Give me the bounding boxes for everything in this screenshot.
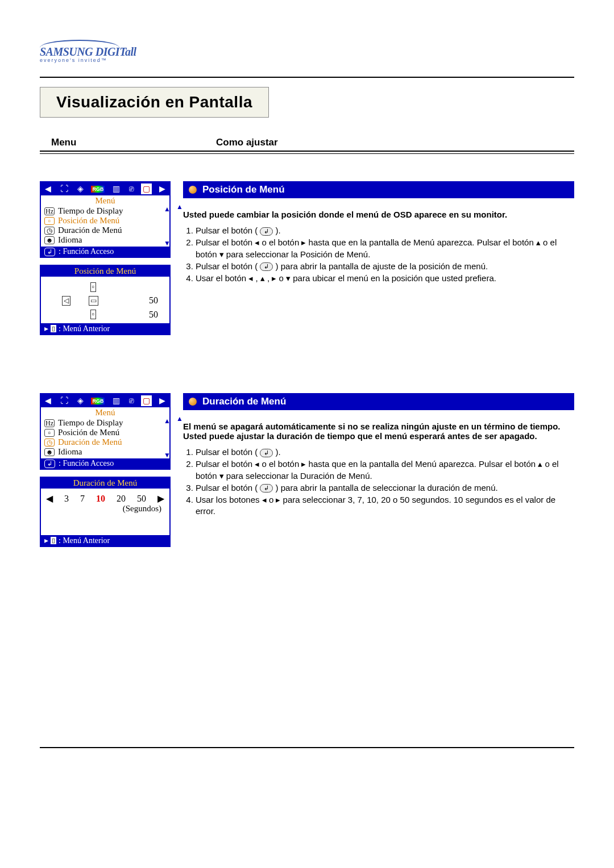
center-target-icon: ▭: [89, 296, 98, 306]
scroll-marker-icon: ▲: [176, 415, 183, 423]
step-pos-1: Pulsar el botón ( ↲ ).: [196, 225, 574, 236]
brightness-icon: ◈: [76, 396, 85, 406]
scroll-down-icon: ▼: [164, 239, 171, 248]
column-headers: Menu Como ajustar: [40, 137, 574, 148]
osd-item-menudur: Duración de Menú: [58, 226, 122, 235]
osd-footer: ▸▯: Menú Anterior: [41, 323, 169, 334]
back-tab-icon: ▯: [51, 325, 56, 332]
scroll-up-icon: ▲: [164, 417, 171, 425]
pos-h-value: 50: [149, 295, 158, 306]
scroll-up-icon: ▲: [164, 205, 171, 214]
bottom-target-icon: ▫: [90, 310, 96, 319]
step-pos-4: Usar el botón ◂ , ▴ , ▸ o ▾ para ubicar …: [196, 273, 574, 284]
step-pos-3: Pulsar el botón ( ↲ ) para abrir la pant…: [196, 261, 574, 272]
pos-icon: ▫: [44, 217, 55, 225]
screen-icon: ⎚: [127, 185, 135, 194]
dur-arrow-right-icon: ▶: [157, 493, 164, 504]
step-dur-3: Pulsar el botón ( ↲ ) para abrir la pant…: [196, 482, 574, 494]
bottom-divider: [40, 747, 574, 748]
osd-control-title-pos: Posición de Menú: [41, 266, 169, 277]
top-target-icon: ▫: [90, 282, 96, 292]
arrow-left-icon: ◀: [43, 396, 53, 406]
enter-icon: ↲: [44, 248, 55, 256]
lang-icon: ☻: [44, 236, 55, 244]
pos-v-value: 50: [149, 310, 158, 320]
brightness-icon: ◈: [76, 184, 85, 194]
osd-func-bar: ↲: Función Acceso: [41, 247, 169, 257]
hz-icon: Hz: [44, 419, 55, 427]
intro-position: Usted puede cambiar la posición donde el…: [183, 210, 574, 219]
top-divider: [40, 77, 574, 78]
expand-icon: ⛶: [59, 397, 70, 406]
header-divider: [40, 151, 574, 154]
osd-item-menupos: Posición de Menú: [58, 428, 119, 437]
step-dur-4: Usar los botones ◂ o ▸ para seleccionar …: [196, 494, 574, 518]
left-target-icon: ◁: [62, 296, 70, 306]
osd-menu-title: Menú: [41, 195, 169, 206]
rgb-icon: RGB: [91, 186, 105, 193]
osd-footer: ▸▯: Menú Anterior: [41, 535, 169, 546]
header-howto: Como ajustar: [216, 137, 278, 148]
dur-opt-50: 50: [137, 494, 146, 504]
osd-menu-screenshot-duration: ◀ ⛶ ◈ RGB ▥ ⎚ ▢ ▶ Menú ▲ HzTiempo de Dis…: [40, 393, 171, 470]
osd-item-menupos: Posición de Menú: [58, 216, 119, 226]
section-title-duration: Duración de Menú: [183, 393, 574, 410]
step-pos-2: Pulsar el botón ◂ o el botón ▸ hasta que…: [196, 237, 574, 260]
page-title: Visualización en Pantalla: [40, 87, 269, 118]
section-title-position: Posición de Menú: [183, 181, 574, 198]
osd-iconbar: ◀ ⛶ ◈ RGB ▥ ⎚ ▢ ▶: [41, 394, 169, 407]
lang-icon: ☻: [44, 448, 55, 456]
arrow-right-icon: ▶: [157, 396, 167, 406]
screen-icon: ⎚: [127, 397, 135, 406]
pos-icon: ▫: [44, 429, 55, 437]
osd-control-screenshot-position: Posición de Menú ▫ ◁▭50 ▫50 ▸▯: Menú Ant…: [40, 265, 171, 335]
enter-button-icon: ↲: [260, 449, 273, 457]
back-tab-icon: ▯: [51, 537, 56, 544]
dur-opt-3: 3: [64, 494, 69, 504]
header-menu: Menu: [40, 137, 216, 148]
back-arrow-icon: ▸: [44, 536, 48, 545]
arrow-left-icon: ◀: [43, 184, 53, 194]
bars-icon: ▥: [111, 184, 122, 194]
brand-name: SAMSUNG DIGITall: [40, 45, 574, 59]
enter-button-icon: ↲: [260, 484, 273, 493]
dur-opt-20: 20: [117, 494, 126, 504]
osd-control-title-dur: Duración de Menú: [41, 478, 169, 489]
brand-logo: SAMSUNG DIGITall everyone's invited™: [40, 40, 574, 63]
rgb-icon: RGB: [91, 398, 105, 404]
dur-opt-10: 10: [96, 494, 105, 504]
steps-duration: Pulsar el botón ( ↲ ). Pulsar el botón ◂…: [183, 446, 574, 518]
expand-icon: ⛶: [59, 185, 70, 194]
osd-menu-title: Menú: [41, 407, 169, 418]
bars-icon: ▥: [111, 396, 122, 406]
osd-item-displaytime: Tiempo de Display: [58, 206, 123, 216]
osd-func-bar: ↲: Función Acceso: [41, 458, 169, 469]
enter-button-icon: ↲: [260, 262, 273, 271]
steps-position: Pulsar el botón ( ↲ ). Pulsar el botón ◂…: [183, 225, 574, 284]
intro-duration: El menú se apagará automáticamente si no…: [183, 422, 574, 441]
active-page-icon: ▢: [141, 395, 152, 406]
scroll-marker-icon: ▲: [176, 203, 183, 211]
dur-unit-label: (Segundos): [45, 504, 165, 514]
osd-item-language: Idioma: [58, 447, 82, 457]
step-dur-1: Pulsar el botón ( ↲ ).: [196, 446, 574, 458]
dur-arrow-left-icon: ◀: [46, 493, 53, 504]
step-dur-2: Pulsar el botón ◂ o el botón ▸ hasta que…: [196, 458, 574, 482]
osd-item-language: Idioma: [58, 235, 82, 245]
osd-control-screenshot-duration: Duración de Menú ◀ 3 7 10 20 50 ▶ (Segun…: [40, 477, 171, 547]
enter-button-icon: ↲: [260, 227, 273, 236]
osd-menu-screenshot-position: ◀ ⛶ ◈ RGB ▥ ⎚ ▢ ▶ Menú ▲ HzTiempo de Dis…: [40, 181, 171, 258]
arrow-right-icon: ▶: [157, 184, 167, 194]
osd-item-menudur: Duración de Menú: [58, 437, 122, 447]
clock-icon: ◷: [44, 439, 55, 446]
dur-opt-7: 7: [80, 494, 85, 504]
hz-icon: Hz: [44, 207, 55, 215]
scroll-down-icon: ▼: [164, 451, 171, 460]
osd-iconbar: ◀ ⛶ ◈ RGB ▥ ⎚ ▢ ▶: [41, 182, 169, 195]
active-page-icon: ▢: [141, 183, 152, 194]
clock-icon: ◷: [44, 227, 55, 235]
osd-item-displaytime: Tiempo de Display: [58, 418, 123, 428]
enter-icon: ↲: [44, 460, 55, 468]
back-arrow-icon: ▸: [44, 324, 48, 333]
